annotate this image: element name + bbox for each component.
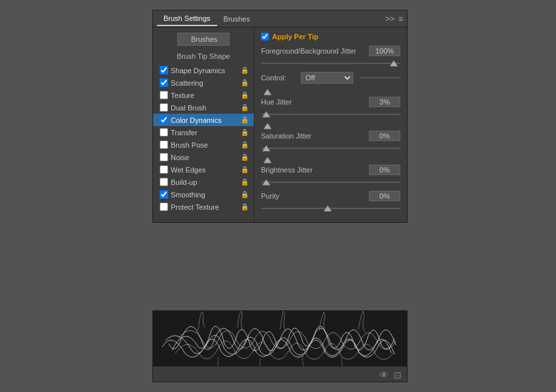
item-build-up[interactable]: Build-up 🔒	[153, 176, 254, 188]
purity-slider[interactable]	[261, 204, 400, 213]
brightness-jitter-slider[interactable]	[261, 178, 400, 187]
saturation-jitter-input[interactable]	[369, 131, 400, 141]
panel-header: Brush Settings Brushes >> ≡	[153, 10, 407, 27]
saturation-jitter-thumb[interactable]	[262, 146, 270, 152]
label-dual-brush: Dual Brush	[168, 104, 241, 112]
label-smoothing: Smoothing	[168, 191, 241, 199]
lock-icon-shape-dynamics: 🔒	[241, 67, 249, 74]
hue-jitter-upper-thumb[interactable]	[264, 90, 271, 95]
purity-row: Purity	[261, 191, 400, 201]
right-panel: Apply Per Tip Foreground/Background Jitt…	[254, 27, 407, 222]
item-wet-edges[interactable]: Wet Edges 🔒	[153, 163, 254, 176]
label-shape-dynamics: Shape Dynamics	[168, 67, 241, 74]
brightness-jitter-input[interactable]	[369, 165, 400, 175]
checkbox-texture[interactable]	[160, 91, 168, 99]
label-color-dynamics: Color Dynamics	[168, 116, 241, 124]
item-brush-pose[interactable]: Brush Pose 🔒	[153, 139, 254, 151]
label-protect-texture: Protect Texture	[168, 203, 241, 211]
checkbox-noise[interactable]	[160, 153, 168, 161]
lock-icon-transfer: 🔒	[241, 129, 249, 136]
tab-brushes[interactable]: Brushes	[217, 12, 256, 25]
label-build-up: Build-up	[168, 178, 241, 186]
crop-icon[interactable]: ⊡	[394, 370, 402, 380]
checkbox-transfer[interactable]	[160, 128, 168, 137]
lock-icon-wet-edges: 🔒	[241, 166, 249, 173]
fg-bg-jitter-thumb[interactable]	[390, 61, 398, 67]
hue-jitter-slider[interactable]	[261, 110, 400, 119]
eye-icon[interactable]: 👁	[379, 370, 389, 380]
brightness-jitter-thumb[interactable]	[262, 180, 270, 186]
checkbox-protect-texture[interactable]	[160, 203, 168, 211]
tab-brush-settings[interactable]: Brush Settings	[157, 12, 217, 26]
item-protect-texture[interactable]: Protect Texture 🔒	[153, 201, 254, 213]
hue-jitter-row: Hue Jitter	[261, 97, 400, 107]
lock-icon-texture: 🔒	[241, 91, 249, 99]
control-dropdown[interactable]: Off Fade Pen Pressure Pen Tilt Stylus Wh…	[301, 72, 353, 84]
fg-bg-jitter-track	[261, 63, 400, 64]
purity-input[interactable]	[369, 191, 400, 201]
checkbox-color-dynamics[interactable]	[160, 116, 168, 124]
expand-icon[interactable]: >>	[385, 14, 394, 24]
checkbox-apply-per-tip[interactable]	[261, 33, 269, 41]
bright-upper-thumb-row	[261, 157, 400, 163]
label-scattering: Scattering	[168, 79, 241, 87]
apply-per-tip-row: Apply Per Tip	[261, 33, 400, 41]
checkbox-scattering[interactable]	[160, 78, 168, 87]
fg-bg-jitter-row: Foreground/Background Jitter	[261, 46, 400, 56]
saturation-jitter-label: Saturation Jitter	[261, 132, 369, 140]
lock-icon-smoothing: 🔒	[241, 191, 249, 198]
item-color-dynamics[interactable]: Color Dynamics 🔒	[153, 114, 254, 126]
lock-icon-dual-brush: 🔒	[241, 104, 249, 111]
control-track	[360, 77, 400, 78]
checkbox-build-up[interactable]	[160, 178, 168, 186]
preview-area: 👁 ⊡	[152, 310, 408, 382]
bright-upper-thumb[interactable]	[264, 157, 271, 163]
menu-icon[interactable]: ≡	[398, 14, 403, 24]
checkbox-shape-dynamics[interactable]	[160, 66, 168, 74]
saturation-jitter-track	[261, 148, 400, 149]
fg-bg-jitter-slider[interactable]	[261, 59, 400, 68]
brightness-jitter-track	[261, 182, 400, 183]
panel-content: Brushes Brush Tip Shape Shape Dynamics 🔒…	[153, 27, 407, 222]
lock-icon-brush-pose: 🔒	[241, 141, 249, 148]
fg-bg-jitter-input[interactable]	[369, 46, 400, 56]
label-brush-pose: Brush Pose	[168, 141, 241, 149]
checkbox-smoothing[interactable]	[160, 190, 168, 199]
item-dual-brush[interactable]: Dual Brush 🔒	[153, 101, 254, 114]
lock-icon-protect-texture: 🔒	[241, 203, 249, 210]
label-transfer: Transfer	[168, 129, 241, 137]
item-transfer[interactable]: Transfer 🔒	[153, 126, 254, 139]
purity-fill	[261, 208, 331, 209]
purity-label: Purity	[261, 192, 369, 200]
brushes-button[interactable]: Brushes	[177, 33, 230, 46]
sat-upper-thumb-row	[261, 123, 400, 129]
lock-icon-scattering: 🔒	[241, 79, 249, 86]
hue-jitter-thumb[interactable]	[262, 112, 270, 118]
checkbox-wet-edges[interactable]	[160, 165, 168, 174]
hue-jitter-track	[261, 114, 400, 115]
checkbox-brush-pose[interactable]	[160, 140, 168, 149]
brightness-jitter-row: Brightness Jitter	[261, 165, 400, 175]
item-scattering[interactable]: Scattering 🔒	[153, 76, 254, 89]
left-panel: Brushes Brush Tip Shape Shape Dynamics 🔒…	[153, 27, 254, 222]
sat-upper-thumb[interactable]	[264, 123, 271, 129]
hue-jitter-input[interactable]	[369, 97, 400, 107]
saturation-jitter-slider[interactable]	[261, 144, 400, 153]
fg-bg-jitter-label: Foreground/Background Jitter	[261, 47, 369, 55]
hue-slider-thumb-row	[261, 89, 400, 95]
item-smoothing[interactable]: Smoothing 🔒	[153, 188, 254, 201]
lock-icon-color-dynamics: 🔒	[241, 116, 249, 123]
brush-settings-panel: Brush Settings Brushes >> ≡ Brushes Brus…	[152, 10, 408, 223]
item-shape-dynamics[interactable]: Shape Dynamics 🔒	[153, 64, 254, 76]
item-noise[interactable]: Noise 🔒	[153, 151, 254, 163]
lock-icon-build-up: 🔒	[241, 178, 249, 186]
svg-rect-0	[159, 311, 401, 367]
control-label: Control:	[261, 74, 297, 82]
purity-thumb[interactable]	[324, 206, 332, 212]
brush-tip-shape-title: Brush Tip Shape	[153, 52, 254, 60]
checkbox-dual-brush[interactable]	[160, 103, 168, 112]
control-select-row: Control: Off Fade Pen Pressure Pen Tilt …	[261, 72, 400, 84]
preview-footer: 👁 ⊡	[153, 367, 407, 382]
hue-jitter-label: Hue Jitter	[261, 98, 369, 106]
item-texture[interactable]: Texture 🔒	[153, 89, 254, 101]
